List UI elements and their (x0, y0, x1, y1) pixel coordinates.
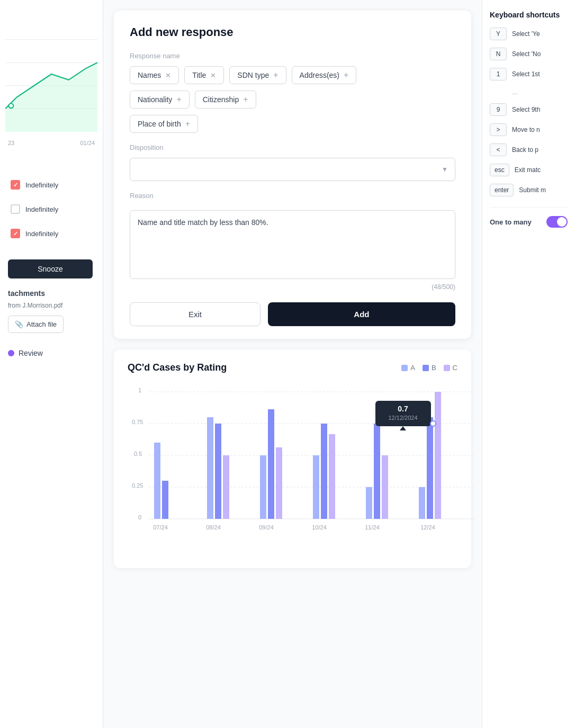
shortcut-next: > Move to n (490, 123, 568, 136)
bar (223, 455, 229, 519)
reason-label: Reason (130, 192, 455, 200)
tag-addresses-add[interactable]: + (344, 70, 348, 80)
checkbox-2[interactable] (11, 204, 20, 214)
add-button[interactable]: Add (268, 302, 455, 326)
tag-addresses[interactable]: Address(es) + (292, 66, 357, 84)
bar (207, 417, 213, 519)
tags-row: Names ✕ Title ✕ SDN type + Address(es) + (130, 66, 455, 84)
checkbox-item-3[interactable]: ✓ Indefinitely (11, 229, 92, 238)
attachment-file: from J.Morrison.pdf (8, 302, 95, 309)
tag-names[interactable]: Names ✕ (130, 66, 179, 84)
checkbox-item-1[interactable]: ✓ Indefinitely (11, 180, 92, 190)
legend-a: A (401, 364, 415, 372)
tag-sdn-type[interactable]: SDN type + (229, 66, 286, 84)
tag-nationality-add[interactable]: + (176, 95, 181, 104)
svg-text:1: 1 (138, 387, 141, 393)
tags-row-3: Place of birth + (130, 115, 455, 133)
checkbox-item-2[interactable]: Indefinitely (11, 204, 92, 214)
svg-text:0.75: 0.75 (132, 419, 143, 425)
chart-header: QC'd Cases by Rating A B C (128, 362, 457, 373)
exit-button[interactable]: Exit (130, 302, 260, 326)
review-badge: Review (8, 349, 95, 357)
shortcut-9-label: Select 9th (512, 106, 540, 113)
bar (321, 424, 327, 519)
tag-nationality[interactable]: Nationality + (130, 91, 190, 109)
review-dot-icon (8, 350, 14, 356)
tag-place-of-birth[interactable]: Place of birth + (130, 115, 198, 133)
tag-citizenship[interactable]: Citizenship + (195, 91, 256, 109)
key-1: 1 (490, 68, 507, 80)
paperclip-icon: 📎 (15, 320, 23, 328)
chart-legend: A B C (401, 364, 457, 372)
chart-dot (430, 421, 436, 426)
svg-text:11/24: 11/24 (365, 524, 380, 531)
svg-text:08/24: 08/24 (206, 524, 221, 531)
checkbox-3[interactable]: ✓ (11, 229, 20, 238)
key-n: N (490, 48, 507, 60)
line-chart (5, 11, 97, 138)
svg-text:0.5: 0.5 (134, 451, 142, 457)
top-chart-area: 23 01/24 (0, 0, 103, 169)
tag-sdn-type-add[interactable]: + (273, 70, 278, 80)
one-to-many-toggle[interactable] (546, 216, 568, 228)
tag-title[interactable]: Title ✕ (184, 66, 224, 84)
tag-names-remove[interactable]: ✕ (165, 72, 171, 79)
response-name-section: Response name Names ✕ Title ✕ SDN type + (130, 52, 455, 133)
bar (154, 443, 160, 519)
qcd-cases-chart-card: QC'd Cases by Rating A B C 1 (114, 349, 471, 568)
bar-chart-container: 1 0.75 0.5 0.25 0 (128, 384, 457, 555)
shortcuts-title: Keyboard shortcuts (490, 11, 568, 19)
svg-text:10/24: 10/24 (312, 524, 327, 531)
tag-title-remove[interactable]: ✕ (210, 72, 216, 79)
checkbox-list: ✓ Indefinitely Indefinitely ✓ Indefinite… (0, 175, 103, 244)
bar (162, 481, 168, 519)
modal-buttons: Exit Add (130, 302, 455, 326)
shortcut-n-label: Select 'No (512, 50, 541, 58)
svg-text:0: 0 (138, 514, 141, 520)
key-esc: esc (490, 164, 509, 176)
shortcut-y: Y Select 'Ye (490, 28, 568, 40)
svg-point-5 (9, 103, 14, 108)
checkbox-1[interactable]: ✓ (11, 180, 20, 190)
attach-file-button[interactable]: 📎 Attach file (8, 316, 64, 333)
bar (366, 487, 372, 519)
modal-title: Add new response (130, 25, 455, 39)
toggle-thumb (557, 217, 567, 227)
disposition-select[interactable] (130, 158, 455, 181)
tooltip-arrow (400, 426, 406, 430)
legend-a-color (401, 365, 408, 371)
bar (374, 424, 380, 519)
snooze-button[interactable]: Snooze (8, 259, 93, 278)
bar (427, 417, 433, 519)
svg-text:09/24: 09/24 (259, 524, 274, 531)
key-prev: < (490, 143, 507, 156)
svg-text:0.25: 0.25 (132, 482, 143, 489)
shortcut-n: N Select 'No (490, 48, 568, 60)
shortcut-prev-label: Back to p (512, 146, 538, 154)
shortcut-dots: ... (512, 88, 568, 96)
legend-c-color (444, 365, 450, 371)
shortcut-next-label: Move to n (512, 126, 540, 133)
tags-row-2: Nationality + Citizenship + (130, 91, 455, 109)
disposition-select-wrapper: ▼ (130, 158, 455, 181)
shortcut-enter: enter Submit m (490, 184, 568, 196)
shortcut-enter-label: Submit m (519, 186, 546, 194)
legend-b: B (423, 364, 436, 372)
legend-c: C (444, 364, 457, 372)
key-9: 9 (490, 103, 507, 116)
one-to-many-label: One to many (490, 218, 532, 226)
shortcut-1-label: Select 1st (512, 70, 540, 78)
key-y: Y (490, 28, 507, 40)
tag-place-of-birth-add[interactable]: + (185, 119, 190, 129)
legend-b-color (423, 365, 429, 371)
char-count: (48/500) (130, 283, 455, 291)
bar (329, 434, 335, 519)
reason-textarea[interactable]: Name and title match by less than 80%. (130, 210, 455, 279)
tag-citizenship-add[interactable]: + (243, 95, 248, 104)
tooltip-date: 12/12/2024 (388, 415, 417, 421)
bar (313, 455, 319, 519)
svg-marker-4 (5, 62, 97, 132)
main-content: Add new response Response name Names ✕ T… (103, 0, 482, 728)
chart-date-labels: 23 01/24 (5, 140, 97, 146)
bar-chart-svg: 1 0.75 0.5 0.25 0 (128, 384, 474, 553)
